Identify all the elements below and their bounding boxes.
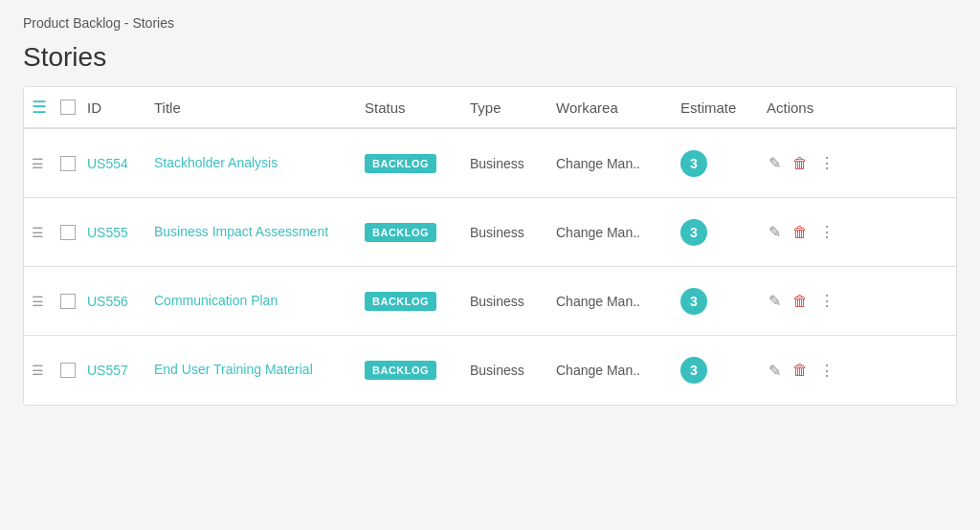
type-label: Business: [470, 363, 556, 378]
table-row: ☰ US555 Business Impact Assessment BACKL…: [24, 198, 956, 267]
more-button[interactable]: ⋮: [817, 290, 836, 312]
col-estimate: Estimate: [680, 99, 767, 116]
edit-button[interactable]: ✎: [767, 152, 783, 174]
table-row: ☰ US556 Communication Plan BACKLOG Busin…: [24, 267, 956, 336]
col-actions: Actions: [767, 99, 853, 116]
delete-button[interactable]: 🗑: [791, 153, 810, 174]
status-badge: BACKLOG: [365, 292, 470, 311]
col-id: ID: [87, 99, 154, 116]
table-row: ☰ US554 Stackholder Analysis BACKLOG Bus…: [24, 129, 956, 198]
more-button[interactable]: ⋮: [817, 221, 836, 243]
edit-button[interactable]: ✎: [767, 290, 783, 312]
actions-cell: ✎ 🗑 ⋮: [767, 360, 853, 382]
drag-handle[interactable]: ☰: [32, 294, 60, 309]
list-icon[interactable]: ☰: [32, 97, 47, 118]
workarea-label: Change Man..: [556, 294, 680, 309]
drag-handle[interactable]: ☰: [32, 225, 60, 240]
table-container: ☰ ID Title Status Type Workarea Estimate…: [23, 86, 957, 406]
table-header: ☰ ID Title Status Type Workarea Estimate…: [24, 87, 956, 129]
type-label: Business: [470, 156, 556, 171]
delete-button[interactable]: 🗑: [791, 291, 810, 312]
story-title[interactable]: Business Impact Assessment: [154, 223, 365, 242]
status-badge: BACKLOG: [365, 154, 470, 173]
header-checkbox[interactable]: [60, 99, 76, 115]
delete-button[interactable]: 🗑: [791, 360, 810, 381]
story-id[interactable]: US557: [87, 363, 154, 378]
story-title[interactable]: Communication Plan: [154, 292, 365, 311]
estimate-badge: 3: [680, 357, 767, 384]
col-type: Type: [470, 99, 556, 116]
story-id[interactable]: US555: [87, 225, 154, 240]
workarea-label: Change Man..: [556, 156, 680, 171]
drag-handle[interactable]: ☰: [32, 156, 60, 171]
story-id[interactable]: US556: [87, 294, 154, 309]
estimate-badge: 3: [680, 150, 767, 177]
status-badge: BACKLOG: [365, 361, 470, 380]
header-list-icon[interactable]: ☰: [32, 97, 60, 118]
workarea-label: Change Man..: [556, 363, 680, 378]
edit-button[interactable]: ✎: [767, 360, 783, 382]
table-row: ☰ US557 End User Training Material BACKL…: [24, 336, 956, 405]
more-button[interactable]: ⋮: [817, 152, 836, 174]
table-body: ☰ US554 Stackholder Analysis BACKLOG Bus…: [24, 129, 956, 405]
row-checkbox[interactable]: [60, 294, 76, 309]
col-workarea: Workarea: [556, 99, 680, 116]
type-label: Business: [470, 294, 556, 309]
story-title[interactable]: Stackholder Analysis: [154, 154, 365, 173]
drag-handle[interactable]: ☰: [32, 363, 60, 378]
actions-cell: ✎ 🗑 ⋮: [767, 221, 853, 243]
delete-button[interactable]: 🗑: [791, 222, 810, 243]
story-id[interactable]: US554: [87, 156, 154, 171]
estimate-badge: 3: [680, 219, 767, 246]
row-checkbox[interactable]: [60, 363, 76, 378]
col-title: Title: [154, 99, 365, 116]
breadcrumb: Product Backlog - Stories: [23, 15, 957, 31]
actions-cell: ✎ 🗑 ⋮: [767, 152, 853, 174]
col-status: Status: [365, 99, 470, 116]
type-label: Business: [470, 225, 556, 240]
row-checkbox[interactable]: [60, 225, 76, 240]
page-title: Stories: [23, 42, 957, 73]
more-button[interactable]: ⋮: [817, 360, 836, 382]
edit-button[interactable]: ✎: [767, 221, 783, 243]
story-title[interactable]: End User Training Material: [154, 361, 365, 380]
estimate-badge: 3: [680, 288, 767, 315]
row-checkbox[interactable]: [60, 156, 76, 171]
actions-cell: ✎ 🗑 ⋮: [767, 290, 853, 312]
workarea-label: Change Man..: [556, 225, 680, 240]
status-badge: BACKLOG: [365, 223, 470, 242]
